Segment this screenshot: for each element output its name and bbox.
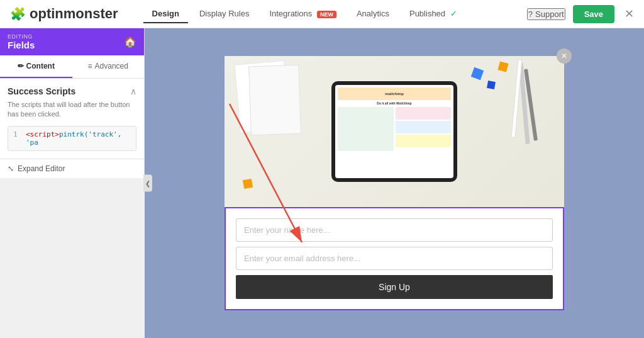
email-field[interactable]: Enter your email address here... <box>236 247 553 270</box>
nav-tab-published[interactable]: Published ✓ <box>401 5 466 23</box>
tablet-screen: mailchimp Do it all with Mailchimp <box>335 85 453 178</box>
chevron-left-icon: ❮ <box>145 180 150 187</box>
code-editor[interactable]: 1 <script>pintrk('track', 'pa <box>8 126 136 151</box>
expand-editor-label: Expand Editor <box>18 164 65 173</box>
code-line: 1 <script>pintrk('track', 'pa <box>13 130 131 147</box>
logo-icon: 🧩 <box>10 6 26 21</box>
expand-editor-button[interactable]: ⤡ Expand Editor <box>0 159 144 178</box>
top-nav: 🧩 optinmonster Design Display Rules Inte… <box>0 0 644 28</box>
section-collapse-icon[interactable]: ∧ <box>130 86 136 96</box>
canvas-area: ✕ mailchimp Do it all with Mailchimp <box>145 28 644 338</box>
popup-wrapper: ✕ mailchimp Do it all with Mailchimp <box>225 56 564 310</box>
section-header: Success Scripts ∧ <box>8 86 136 96</box>
logo: 🧩 optinmonster <box>10 6 118 22</box>
nav-tab-design[interactable]: Design <box>143 5 188 23</box>
sidebar: EDITING Fields 🏠 ✏ Content ≡ Advanced <box>0 28 145 178</box>
tablet-mockup: mailchimp Do it all with Mailchimp <box>331 81 457 182</box>
nav-right: ? Support Save ✕ <box>527 5 634 23</box>
main-layout: EDITING Fields 🏠 ✏ Content ≡ Advanced <box>0 28 644 338</box>
nav-tab-analytics[interactable]: Analytics <box>348 5 398 23</box>
close-button[interactable]: ✕ <box>625 7 634 21</box>
nav-tabs: Design Display Rules Integrations NEW An… <box>143 5 512 23</box>
name-field[interactable]: Enter your name here... <box>236 218 553 242</box>
square-blue-2 <box>487 81 496 89</box>
published-check: ✓ <box>450 9 457 18</box>
fields-label: Fields <box>8 40 35 50</box>
sidebar-collapse-handle[interactable]: ❮ <box>143 175 152 192</box>
tablet-body <box>338 107 451 151</box>
sidebar-content: Success Scripts ∧ The scripts that will … <box>0 79 144 159</box>
sidebar-tabs: ✏ Content ≡ Advanced <box>0 55 144 79</box>
integrations-badge: NEW <box>317 11 336 18</box>
logo-text: optinmonster <box>30 6 118 22</box>
pen-2 <box>511 59 523 138</box>
advanced-icon: ≡ <box>88 62 92 70</box>
square-yellow <box>497 61 508 72</box>
square-blue <box>471 67 484 81</box>
support-icon: ? <box>528 9 533 19</box>
sidebar-header-left: EDITING Fields <box>8 33 35 50</box>
section-desc: The scripts that will load after the but… <box>8 100 136 120</box>
sidebar-wrapper: EDITING Fields 🏠 ✏ Content ≡ Advanced <box>0 28 145 338</box>
editing-label: EDITING <box>8 33 35 40</box>
support-button[interactable]: ? Support <box>527 8 565 20</box>
tablet-block-3 <box>396 135 452 147</box>
nav-tab-integrations[interactable]: Integrations NEW <box>260 5 345 23</box>
popup-image-inner: mailchimp Do it all with Mailchimp <box>225 56 564 207</box>
tablet-block-2 <box>396 121 452 133</box>
tablet-block-1 <box>396 107 452 120</box>
nav-tab-display-rules[interactable]: Display Rules <box>191 5 258 23</box>
signup-button[interactable]: Sign Up <box>236 275 553 299</box>
paper-deco-2 <box>248 65 301 136</box>
line-number: 1 <box>13 130 21 147</box>
popup-form: Enter your name here... Enter your email… <box>225 207 564 310</box>
tab-content[interactable]: ✏ Content <box>0 55 72 78</box>
popup-image: mailchimp Do it all with Mailchimp <box>225 56 564 207</box>
code-tag: <script> <box>26 130 59 138</box>
close-popup-button[interactable]: ✕ <box>557 48 572 64</box>
tablet-col-1 <box>338 107 394 151</box>
tablet-brand: mailchimp <box>385 92 404 96</box>
expand-editor-icon: ⤡ <box>8 164 14 173</box>
support-label: Support <box>535 9 564 19</box>
tablet-col-2 <box>396 107 452 151</box>
content-icon: ✏ <box>18 62 24 70</box>
sidebar-header: EDITING Fields 🏠 <box>0 28 144 55</box>
square-yellow-2 <box>243 179 253 189</box>
home-icon[interactable]: 🏠 <box>124 36 136 48</box>
tablet-header: mailchimp <box>338 87 451 100</box>
tab-advanced[interactable]: ≡ Advanced <box>72 55 145 78</box>
save-button[interactable]: Save <box>573 5 614 23</box>
code-content: <script>pintrk('track', 'pa <box>26 130 131 147</box>
section-title: Success Scripts <box>8 86 75 96</box>
tablet-tagline: Do it all with Mailchimp <box>338 101 451 105</box>
